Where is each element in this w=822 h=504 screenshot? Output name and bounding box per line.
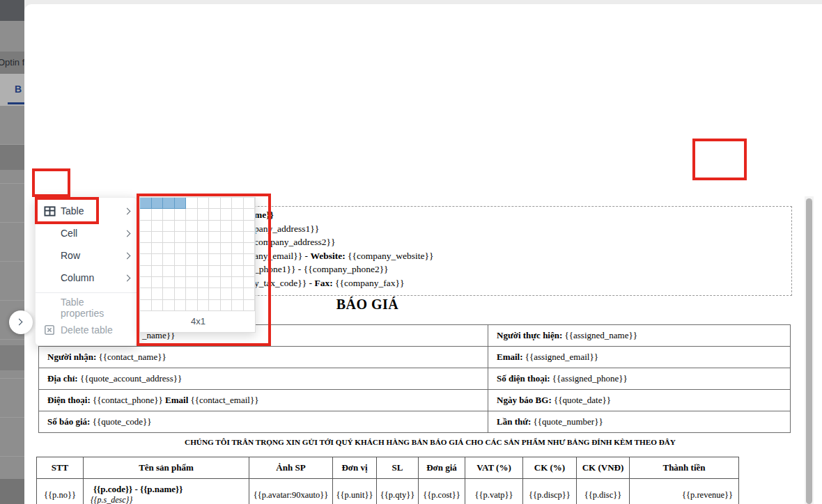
grid-picker-cell[interactable] — [163, 300, 175, 311]
product-header-cell[interactable]: SL — [377, 457, 419, 479]
grid-picker-cell[interactable] — [244, 266, 256, 277]
editor-scrollbar-track[interactable] — [805, 196, 814, 504]
grid-picker-cell[interactable] — [186, 232, 198, 243]
grid-picker-cell[interactable] — [232, 209, 244, 220]
product-data-cell[interactable]: {{p.discp}} — [523, 479, 577, 504]
product-header-cell[interactable]: VAT (%) — [465, 457, 523, 479]
product-data-cell[interactable]: {{p.revenue}} — [630, 479, 739, 504]
grid-picker-cell[interactable] — [232, 266, 244, 277]
grid-picker-cell[interactable] — [140, 254, 152, 265]
product-data-cell[interactable]: {{p.code}} - {{p.name}}{{p.s_desc}} — [84, 479, 249, 504]
product-data-cell[interactable]: {{p.no}} — [37, 479, 84, 504]
grid-picker-cell[interactable] — [163, 221, 175, 232]
menu-item-table[interactable]: Table — [36, 200, 137, 222]
grid-picker-cell[interactable] — [163, 232, 175, 243]
grid-picker-cell[interactable] — [175, 266, 187, 277]
info-cell-left[interactable]: Địa chỉ: {{quote_account_address}} — [39, 368, 488, 390]
product-header-cell[interactable]: STT — [37, 457, 84, 479]
grid-picker-cell[interactable] — [244, 288, 256, 299]
product-table[interactable]: STTTên sản phẩmẢnh SPĐơn vịSLĐơn giáVAT … — [36, 457, 739, 504]
sidebar-expand-button[interactable] — [9, 310, 33, 334]
grid-picker-cell[interactable] — [186, 288, 198, 299]
product-header-cell[interactable]: Thành tiền — [630, 457, 739, 479]
product-header-cell[interactable]: Đơn giá — [419, 457, 465, 479]
grid-picker-cell[interactable] — [198, 277, 210, 288]
grid-picker-cell[interactable] — [175, 221, 187, 232]
grid-picker-cell[interactable] — [198, 300, 210, 311]
grid-picker-cell[interactable] — [175, 288, 187, 299]
product-data-cell[interactable]: {{p.avatar:90xauto}} — [249, 479, 333, 504]
grid-picker-cell[interactable] — [163, 209, 175, 220]
menu-item-row[interactable]: Row — [36, 244, 137, 267]
menu-item-cell[interactable]: Cell — [36, 222, 137, 244]
product-data-cell[interactable]: {{p.cost}} — [419, 479, 465, 504]
grid-picker-cell[interactable] — [221, 232, 233, 243]
grid-picker-cell[interactable] — [140, 266, 152, 277]
info-cell-right[interactable]: Người thực hiện: {{assigned_name}} — [488, 325, 791, 347]
menu-item-table-properties[interactable]: Table properties — [36, 297, 137, 319]
grid-picker-cell[interactable] — [140, 209, 152, 220]
grid-picker-cell[interactable] — [186, 198, 198, 209]
grid-picker-cell[interactable] — [244, 221, 256, 232]
grid-picker-cell[interactable] — [186, 300, 198, 311]
grid-picker-cell[interactable] — [152, 243, 164, 254]
menu-item-column[interactable]: Column — [36, 267, 137, 289]
grid-picker-cell[interactable] — [186, 277, 198, 288]
grid-picker-cell[interactable] — [232, 277, 244, 288]
info-cell-left[interactable]: Điện thoại: {{contact_phone}} Email {{co… — [39, 390, 488, 411]
grid-picker-cell[interactable] — [221, 209, 233, 220]
product-header-cell[interactable]: Đơn vị — [333, 457, 377, 479]
grid-picker-cell[interactable] — [209, 243, 221, 254]
grid-picker-cell[interactable] — [163, 277, 175, 288]
product-header-cell[interactable]: Ảnh SP — [249, 457, 333, 479]
grid-picker-cell[interactable] — [198, 209, 210, 220]
editor-scrollbar-thumb[interactable] — [806, 198, 812, 504]
menu-item-delete-table[interactable]: Delete table — [36, 319, 137, 341]
info-cell-left[interactable]: Người nhận: {{contact_name}} — [39, 347, 488, 368]
grid-picker-cell[interactable] — [152, 300, 164, 311]
grid-picker-cell[interactable] — [221, 243, 233, 254]
grid-picker-cell[interactable] — [186, 266, 198, 277]
grid-picker-cell[interactable] — [232, 300, 244, 311]
grid-picker-cell[interactable] — [163, 243, 175, 254]
grid-picker-cell[interactable] — [163, 254, 175, 265]
info-cell-right[interactable]: Email: {{assigned_email}} — [488, 347, 791, 368]
grid-picker-cell[interactable] — [152, 209, 164, 220]
info-cell-left[interactable]: Số báo giá: {{quote_code}} — [39, 411, 488, 433]
grid-picker-cell[interactable] — [209, 300, 221, 311]
product-header-cell[interactable]: CK (VNĐ) — [577, 457, 630, 479]
product-header-cell[interactable]: Tên sản phẩm — [84, 457, 249, 479]
statement-line[interactable]: CHÚNG TÔI TRÂN TRỌNG XIN GỬI TỚI QUÝ KHÁ… — [70, 438, 791, 446]
grid-picker-cell[interactable] — [163, 288, 175, 299]
product-header-cell[interactable]: CK (%) — [523, 457, 577, 479]
grid-picker-cell[interactable] — [244, 232, 256, 243]
grid-picker-cell[interactable] — [140, 288, 152, 299]
grid-picker-cell[interactable] — [163, 198, 175, 209]
grid-picker-cell[interactable] — [175, 198, 187, 209]
grid-picker-cell[interactable] — [152, 198, 164, 209]
grid-picker-cell[interactable] — [221, 266, 233, 277]
grid-picker-cell[interactable] — [209, 232, 221, 243]
grid-picker-cell[interactable] — [221, 198, 233, 209]
grid-picker-cell[interactable] — [244, 209, 256, 220]
grid-picker-cell[interactable] — [221, 221, 233, 232]
grid-picker-cell[interactable] — [163, 266, 175, 277]
info-cell-right[interactable]: Số điện thoại: {{assigned_phone}} — [488, 368, 791, 390]
grid-picker-cell[interactable] — [244, 243, 256, 254]
grid-picker-cell[interactable] — [186, 254, 198, 265]
grid-picker-cell[interactable] — [175, 209, 187, 220]
grid-picker-cell[interactable] — [186, 221, 198, 232]
grid-picker-cell[interactable] — [140, 277, 152, 288]
info-cell-right[interactable]: Ngày báo BG: {{quote_date}} — [488, 390, 791, 411]
grid-picker-cell[interactable] — [232, 221, 244, 232]
grid-picker-cell[interactable] — [198, 232, 210, 243]
grid-picker-cell[interactable] — [152, 221, 164, 232]
grid-picker-cell[interactable] — [209, 254, 221, 265]
product-data-cell[interactable]: {{p.qty}} — [377, 479, 419, 504]
grid-picker-cell[interactable] — [198, 266, 210, 277]
grid-picker-cell[interactable] — [140, 243, 152, 254]
grid-picker-cell[interactable] — [244, 300, 256, 311]
grid-picker-cell[interactable] — [209, 288, 221, 299]
grid-picker-cell[interactable] — [175, 277, 187, 288]
grid-picker-cell[interactable] — [209, 198, 221, 209]
